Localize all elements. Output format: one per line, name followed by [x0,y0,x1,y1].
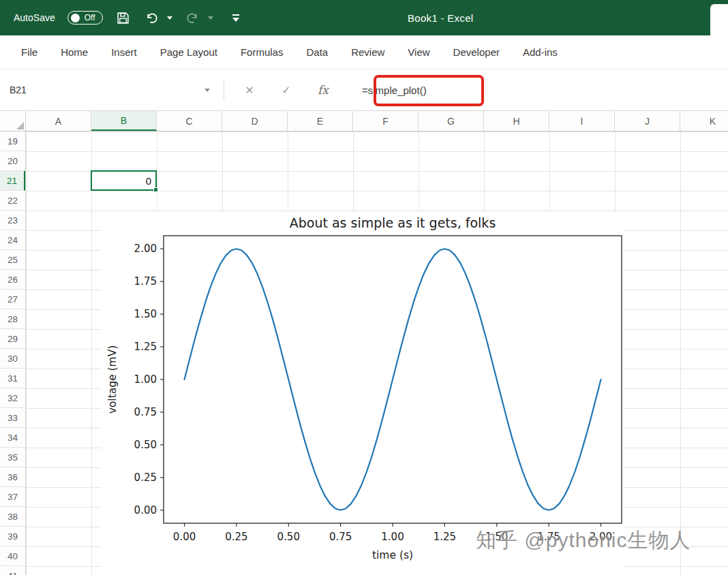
redo-icon [185,10,201,26]
svg-text:0.75: 0.75 [329,531,352,543]
titlebar-right-panel [710,4,728,35]
redo-dropdown-caret [208,16,213,20]
row-header-column: 1920212223242526272829303132333435363738… [0,131,26,575]
row-header-27[interactable]: 27 [0,290,25,309]
row-header-38[interactable]: 38 [0,507,25,527]
row-header-39[interactable]: 39 [0,527,25,546]
select-all-triangle-icon [16,122,24,129]
svg-text:1.00: 1.00 [134,373,157,386]
svg-text:About as simple as it gets, fo: About as simple as it gets, folks [290,215,496,230]
svg-text:1.50: 1.50 [134,308,157,320]
quick-access-toolbar-caret[interactable] [232,14,239,22]
column-header-g[interactable]: G [419,111,484,131]
svg-text:1.25: 1.25 [434,531,456,543]
ribbon-tab-page-layout[interactable]: Page Layout [149,46,229,58]
selected-cell[interactable]: 0 [91,170,157,191]
row-header-25[interactable]: 25 [0,250,25,270]
svg-text:0.25: 0.25 [225,531,247,543]
row-header-20[interactable]: 20 [0,151,25,171]
row-header-31[interactable]: 31 [0,369,25,388]
select-all-corner[interactable] [0,111,26,131]
titlebar: AutoSave Off [0,0,728,35]
autosave-toggle[interactable]: Off [67,11,103,25]
column-header-f[interactable]: F [353,111,419,131]
excel-window: AutoSave Off [0,0,728,575]
row-header-28[interactable]: 28 [0,309,25,329]
row-header-30[interactable]: 30 [0,349,25,369]
ribbon-tab-developer[interactable]: Developer [442,46,511,58]
svg-text:0.50: 0.50 [134,439,157,451]
save-icon[interactable] [115,10,132,26]
ribbon-tab-insert[interactable]: Insert [100,46,149,58]
svg-text:1.75: 1.75 [134,275,157,288]
ribbon-tab-formulas[interactable]: Formulas [229,46,295,58]
name-box-caret-icon[interactable] [204,89,210,92]
svg-text:1.25: 1.25 [134,341,157,353]
svg-text:1.00: 1.00 [381,531,404,543]
row-header-33[interactable]: 33 [0,408,25,428]
enter-icon[interactable]: ✓ [268,84,305,97]
svg-text:time (s): time (s) [372,549,413,561]
embedded-chart[interactable]: About as simple as it gets, folks0.000.2… [101,211,624,575]
ribbon-tab-add-ins[interactable]: Add-ins [511,46,569,58]
row-header-22[interactable]: 22 [0,191,25,211]
column-header-a[interactable]: A [26,111,91,131]
column-header-k[interactable]: K [680,111,728,131]
column-header-h[interactable]: H [484,111,549,131]
column-header-i[interactable]: I [549,111,615,131]
window-title: Book1 - Excel [408,12,473,24]
undo-dropdown-caret[interactable] [167,16,172,20]
ribbon-tab-review[interactable]: Review [339,46,396,58]
svg-text:voltage (mV): voltage (mV) [106,345,119,414]
formula-bar-divider [224,80,224,100]
row-header-34[interactable]: 34 [0,428,25,448]
row-header-19[interactable]: 19 [0,131,25,151]
svg-text:0.00: 0.00 [173,531,196,543]
row-header-35[interactable]: 35 [0,448,25,467]
row-header-21[interactable]: 21 [0,171,25,191]
fill-handle[interactable] [153,187,158,192]
svg-text:2.00: 2.00 [134,243,157,255]
row-header-37[interactable]: 37 [0,487,25,507]
column-header-e[interactable]: E [288,111,353,131]
autosave-toggle-knob [71,14,80,22]
svg-text:0.50: 0.50 [277,531,300,543]
ribbon-tab-data[interactable]: Data [294,46,339,58]
row-header-24[interactable]: 24 [0,230,25,250]
formula-input[interactable]: =simple_plot() [362,84,427,96]
column-header-b[interactable]: B [91,111,157,131]
cancel-icon[interactable]: ✕ [231,84,268,97]
ribbon-tab-file[interactable]: File [10,46,49,58]
row-header-32[interactable]: 32 [0,388,25,408]
undo-icon[interactable] [144,10,160,26]
svg-text:0.00: 0.00 [134,504,157,516]
chart-canvas: About as simple as it gets, folks0.000.2… [101,211,624,575]
autosave-label: AutoSave [14,12,55,23]
name-box-value: B21 [10,84,27,95]
ribbon-tab-bar: FileHomeInsertPage LayoutFormulasDataRev… [0,35,728,69]
svg-text:0.25: 0.25 [134,471,157,484]
column-header-row: ABCDEFGHIJK [0,111,728,131]
column-header-c[interactable]: C [157,111,222,131]
svg-text:0.75: 0.75 [134,406,157,418]
ribbon-tab-home[interactable]: Home [49,46,100,58]
row-header-41[interactable]: 41 [0,566,25,575]
insert-function-icon[interactable]: fx [305,83,342,97]
column-header-j[interactable]: J [615,111,680,131]
row-header-36[interactable]: 36 [0,467,25,487]
formula-bar: B21 ✕ ✓ fx =simple_plot() [0,69,728,111]
row-header-23[interactable]: 23 [0,211,25,230]
row-header-40[interactable]: 40 [0,546,25,566]
autosave-state-label: Off [85,13,95,22]
name-box[interactable]: B21 [0,84,217,95]
ribbon-tab-view[interactable]: View [396,46,441,58]
watermark: 知乎 @pythonic生物人 [476,527,691,555]
selected-cell-value: 0 [92,172,155,190]
row-header-29[interactable]: 29 [0,329,25,349]
row-header-26[interactable]: 26 [0,270,25,290]
column-header-d[interactable]: D [222,111,288,131]
